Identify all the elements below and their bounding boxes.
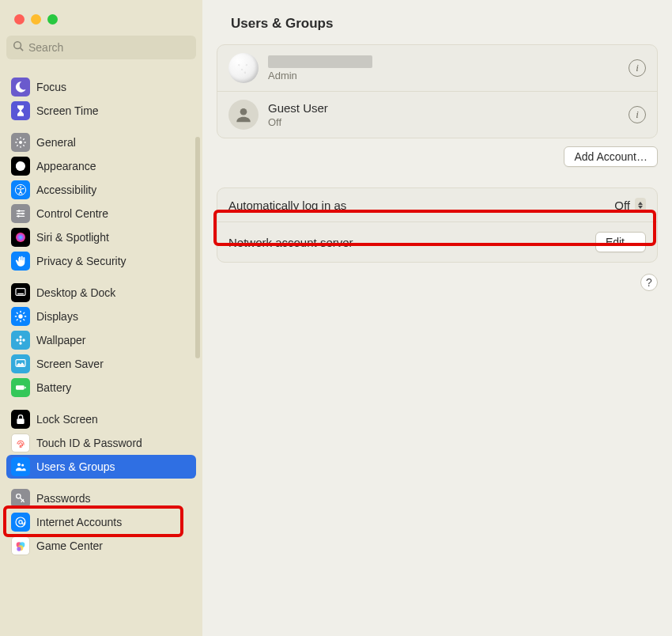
hand-icon xyxy=(11,252,30,271)
close-window-button[interactable] xyxy=(14,14,25,25)
network-server-label: Network account server xyxy=(228,236,353,249)
accessibility-icon xyxy=(11,180,30,199)
user-name: Guest User xyxy=(268,101,619,115)
sidebar-item-focus[interactable]: Focus xyxy=(6,75,196,99)
svg-rect-27 xyxy=(16,385,25,389)
sidebar-item-internet-accounts[interactable]: Internet Accounts xyxy=(6,510,196,534)
auto-login-value: Off xyxy=(614,199,630,212)
at-icon xyxy=(11,513,30,532)
sidebar-item-label: Siri & Spotlight xyxy=(36,231,109,244)
sidebar-item-label: Battery xyxy=(36,381,71,394)
svg-point-2 xyxy=(19,141,22,144)
svg-point-0 xyxy=(14,42,21,49)
dock-icon xyxy=(11,283,30,302)
sidebar-item-control-centre[interactable]: Control Centre xyxy=(6,202,196,225)
sidebar-item-privacy[interactable]: Privacy & Security xyxy=(6,249,196,273)
sidebar-item-lock-screen[interactable]: Lock Screen xyxy=(6,407,196,431)
sidebar-scroll[interactable]: FocusScreen TimeGeneralAppearanceAccessi… xyxy=(0,67,202,636)
help-button[interactable]: ? xyxy=(640,274,658,291)
svg-line-19 xyxy=(17,320,17,320)
svg-point-21 xyxy=(20,339,22,342)
gear-icon xyxy=(11,133,30,152)
sidebar-item-touch-id[interactable]: Touch ID & Password xyxy=(6,431,196,455)
sidebar-item-siri[interactable]: Siri & Spotlight xyxy=(6,225,196,249)
sidebar-item-game-center[interactable]: Game Center xyxy=(6,534,196,558)
hourglass-icon xyxy=(11,101,30,120)
battery-icon xyxy=(11,378,30,397)
sidebar-item-label: Touch ID & Password xyxy=(36,437,142,449)
svg-rect-11 xyxy=(17,293,24,295)
sidebar-item-battery[interactable]: Battery xyxy=(6,376,196,399)
svg-point-25 xyxy=(22,339,25,341)
svg-point-32 xyxy=(17,494,21,498)
sidebar-item-desktop-dock[interactable]: Desktop & Dock xyxy=(6,281,196,305)
sidebar-item-label: General xyxy=(36,136,76,149)
minimize-window-button[interactable] xyxy=(31,14,41,25)
edit-button[interactable]: Edit… xyxy=(595,232,646,252)
sidebar-item-general[interactable]: General xyxy=(6,131,196,154)
zoom-window-button[interactable] xyxy=(47,14,58,25)
sidebar-item-label: Displays xyxy=(36,310,78,323)
sidebar-item-label: Desktop & Dock xyxy=(36,286,115,299)
svg-rect-29 xyxy=(17,418,24,424)
sidebar-item-accessibility[interactable]: Accessibility xyxy=(6,178,196,202)
sidebar-item-label: Lock Screen xyxy=(36,413,98,426)
gamecenter-icon xyxy=(11,536,30,555)
auto-login-label: Automatically log in as xyxy=(228,199,346,212)
lock-icon xyxy=(11,410,30,429)
users-list: Admin i Guest User Off i xyxy=(217,44,658,138)
sidebar-item-label: Game Center xyxy=(36,539,103,552)
sidebar-item-label: Privacy & Security xyxy=(36,255,126,267)
svg-line-17 xyxy=(17,312,17,313)
svg-point-24 xyxy=(16,339,18,341)
svg-rect-28 xyxy=(25,387,25,389)
search-input[interactable] xyxy=(28,41,190,54)
svg-point-12 xyxy=(18,314,22,318)
search-icon xyxy=(13,40,24,55)
svg-line-1 xyxy=(21,48,24,51)
svg-point-34 xyxy=(19,521,22,524)
sidebar-item-label: Internet Accounts xyxy=(36,516,122,528)
window-controls xyxy=(0,0,202,36)
user-role: Off xyxy=(268,116,619,128)
login-settings: Automatically log in as Off Network acco… xyxy=(217,187,658,263)
sidebar-item-label: Accessibility xyxy=(36,184,96,196)
avatar xyxy=(228,100,259,130)
info-icon[interactable]: i xyxy=(629,106,646,123)
user-row-guest[interactable]: Guest User Off i xyxy=(217,91,657,138)
siri-icon xyxy=(11,228,30,247)
search-input-container[interactable] xyxy=(6,36,196,59)
page-title: Users & Groups xyxy=(231,16,672,32)
chevron-up-down-icon xyxy=(635,198,646,212)
sidebar-item-screen-saver[interactable]: Screen Saver xyxy=(6,352,196,376)
svg-point-31 xyxy=(21,464,24,466)
svg-point-22 xyxy=(19,335,21,338)
sidebar-item-users-groups[interactable]: Users & Groups xyxy=(6,455,196,479)
add-account-button[interactable]: Add Account… xyxy=(564,146,658,167)
info-icon[interactable]: i xyxy=(629,59,646,77)
sidebar-item-label: Control Centre xyxy=(36,207,108,220)
user-row-admin[interactable]: Admin i xyxy=(217,45,657,91)
svg-point-23 xyxy=(19,342,21,344)
auto-login-dropdown[interactable]: Off xyxy=(614,198,646,212)
auto-login-row: Automatically log in as Off xyxy=(217,188,657,221)
svg-point-6 xyxy=(18,210,21,212)
svg-point-9 xyxy=(16,233,25,242)
svg-point-30 xyxy=(17,463,21,466)
sidebar-item-label: Users & Groups xyxy=(36,460,115,473)
flower-icon xyxy=(11,331,30,350)
sidebar-item-passwords[interactable]: Passwords xyxy=(6,486,196,510)
svg-point-7 xyxy=(21,213,24,215)
sidebar-item-label: Screen Saver xyxy=(36,358,104,370)
sidebar-item-screen-time[interactable]: Screen Time xyxy=(6,99,196,123)
sliders-icon xyxy=(11,204,30,223)
sidebar-scrollbar[interactable] xyxy=(193,137,202,358)
sidebar-item-label: Wallpaper xyxy=(36,334,86,346)
sidebar-item-wallpaper[interactable]: Wallpaper xyxy=(6,328,196,352)
network-server-row: Network account server Edit… xyxy=(217,221,657,262)
sidebar-item-displays[interactable]: Displays xyxy=(6,305,196,328)
sidebar-item-appearance[interactable]: Appearance xyxy=(6,154,196,178)
sidebar-item-label: Focus xyxy=(36,81,66,93)
user-role: Admin xyxy=(268,70,619,81)
sidebar-item-label: Appearance xyxy=(36,160,96,172)
